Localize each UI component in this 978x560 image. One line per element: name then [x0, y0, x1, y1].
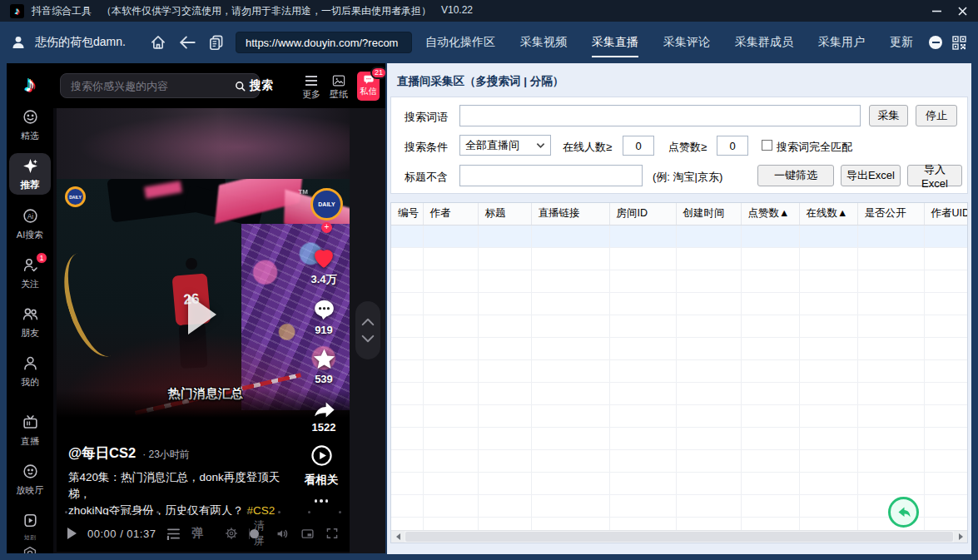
table-cell — [676, 270, 741, 292]
table-cell — [799, 359, 857, 382]
table-row[interactable] — [391, 292, 968, 315]
col-header-sort-likes[interactable]: 点赞数▲ — [741, 203, 799, 225]
follow-plus-button[interactable]: + — [321, 222, 332, 233]
table-row[interactable] — [391, 449, 968, 472]
copy-pages-icon[interactable] — [207, 33, 226, 52]
qr-code-icon[interactable] — [952, 36, 966, 50]
table-row[interactable] — [391, 225, 968, 247]
fullscreen-icon[interactable] — [325, 527, 339, 540]
tab-collect-live[interactable]: 采集直播 — [592, 22, 638, 63]
more-options-icon[interactable] — [315, 499, 329, 503]
favorite-star-icon[interactable] — [312, 347, 336, 370]
col-header[interactable]: 作者UID — [924, 203, 968, 225]
tab-collect-comments[interactable]: 采集评论 — [663, 22, 710, 63]
back-icon[interactable] — [177, 33, 197, 52]
import-excel-button[interactable]: 导入Excel — [907, 165, 962, 186]
horizontal-scrollbar[interactable] — [391, 530, 967, 543]
more-menu-button[interactable]: 更多 — [302, 75, 320, 101]
collect-button[interactable]: 采集 — [869, 105, 908, 126]
play-overlay-icon[interactable] — [188, 295, 216, 335]
settings-gear-icon[interactable] — [225, 527, 238, 540]
sidebar-item-drama[interactable]: 短剧 — [9, 508, 51, 545]
filter-button[interactable]: 一键筛选 — [757, 165, 834, 186]
tab-automation[interactable]: 自动化操作区 — [425, 22, 495, 63]
play-button[interactable] — [67, 528, 77, 539]
douyin-search-input[interactable] — [69, 79, 219, 93]
tab-update[interactable]: 更新 — [890, 22, 913, 63]
table-row[interactable] — [391, 472, 968, 494]
col-header-sort-online[interactable]: 在线数▲ — [799, 203, 857, 225]
like-heart-icon[interactable] — [311, 246, 336, 270]
table-row[interactable] — [391, 404, 968, 427]
table-row[interactable] — [391, 337, 968, 359]
comment-icon[interactable] — [312, 298, 336, 321]
scroll-right-arrow[interactable] — [954, 531, 967, 543]
col-header[interactable]: 编号 — [391, 203, 423, 225]
clear-screen-toggle[interactable] — [249, 528, 250, 539]
sidebar-item-recommend[interactable]: 推荐 — [9, 153, 51, 195]
close-button[interactable] — [957, 6, 968, 17]
table-row[interactable] — [391, 382, 968, 404]
scrollbar-thumb[interactable] — [405, 532, 953, 542]
search-terms-input[interactable] — [459, 105, 861, 126]
stop-button[interactable]: 停止 — [916, 105, 957, 126]
likes-min-label: 点赞数≥ — [668, 140, 707, 155]
douyin-search-button[interactable]: 搜索 — [234, 78, 273, 93]
title-exclude-input[interactable] — [459, 165, 643, 186]
chevron-up-icon[interactable] — [360, 317, 375, 326]
wallpaper-button[interactable]: 壁纸 — [330, 75, 348, 101]
settings-icon[interactable] — [22, 545, 38, 553]
table-row[interactable] — [391, 247, 968, 270]
dm-button[interactable]: 21 私信 — [357, 72, 380, 101]
condition-select[interactable]: 全部直播间 — [459, 135, 551, 156]
sidebar-item-friends[interactable]: 朋友 — [9, 301, 51, 342]
table-row[interactable] — [391, 494, 968, 517]
chevron-down-icon[interactable] — [360, 335, 375, 344]
exact-match-checkbox[interactable] — [762, 140, 772, 151]
sidebar-item-theater[interactable]: 放映厅 — [9, 458, 51, 499]
sidebar-item-ai-search[interactable]: Ai AI搜索 — [9, 203, 51, 244]
sidebar-item-featured[interactable]: 精选 — [9, 104, 51, 145]
home-icon[interactable] — [149, 33, 167, 52]
tab-collect-group-members[interactable]: 采集群成员 — [735, 22, 793, 63]
col-header[interactable]: 创建时间 — [676, 203, 741, 225]
playlist-icon[interactable] — [166, 528, 181, 540]
table-cell — [924, 359, 968, 382]
col-header[interactable]: 标题 — [478, 203, 531, 225]
url-bar[interactable] — [236, 32, 412, 53]
tab-collect-users[interactable]: 采集用户 — [818, 22, 865, 63]
sidebar-item-mine[interactable]: 我的 — [9, 350, 51, 391]
minimize-button[interactable] — [931, 6, 942, 17]
tab-collect-video[interactable]: 采集视频 — [520, 22, 567, 63]
author-name[interactable]: @每日CS2 — [68, 444, 136, 463]
volume-icon[interactable] — [276, 527, 290, 541]
circle-minus-icon[interactable] — [929, 36, 942, 49]
table-row[interactable] — [391, 270, 968, 292]
pip-icon[interactable] — [300, 527, 315, 541]
return-arrow-icon — [895, 503, 913, 522]
online-min-input[interactable] — [623, 136, 654, 156]
likes-min-input[interactable] — [717, 136, 748, 156]
table-cell — [676, 225, 741, 247]
table-row[interactable] — [391, 315, 968, 337]
table-row[interactable] — [391, 359, 968, 382]
url-input[interactable] — [244, 36, 404, 50]
scroll-left-arrow[interactable] — [391, 531, 405, 543]
table-cell — [423, 494, 478, 517]
user-avatar-icon[interactable] — [10, 34, 27, 51]
col-header[interactable]: 是否公开 — [857, 203, 924, 225]
table-row[interactable] — [391, 427, 968, 449]
col-header[interactable]: 房间ID — [609, 203, 676, 225]
progress-segments[interactable] — [65, 511, 341, 513]
danmaku-toggle[interactable]: 弹 — [191, 526, 203, 541]
col-header[interactable]: 作者 — [423, 203, 478, 225]
share-icon[interactable] — [311, 396, 337, 419]
col-header[interactable]: 直播链接 — [531, 203, 609, 225]
related-videos-button[interactable]: 看相关 — [298, 444, 345, 503]
export-excel-button[interactable]: 导出Excel — [841, 165, 901, 186]
sidebar-item-live[interactable]: 直播 — [9, 409, 51, 450]
sidebar-item-follow[interactable]: 1 关注 — [9, 252, 51, 293]
douyin-search-bar[interactable]: 搜索 — [60, 73, 260, 98]
video-player[interactable]: 26 DAILY TM DAILY + 热门消息汇总 3. — [57, 108, 350, 552]
return-button[interactable] — [888, 497, 919, 528]
